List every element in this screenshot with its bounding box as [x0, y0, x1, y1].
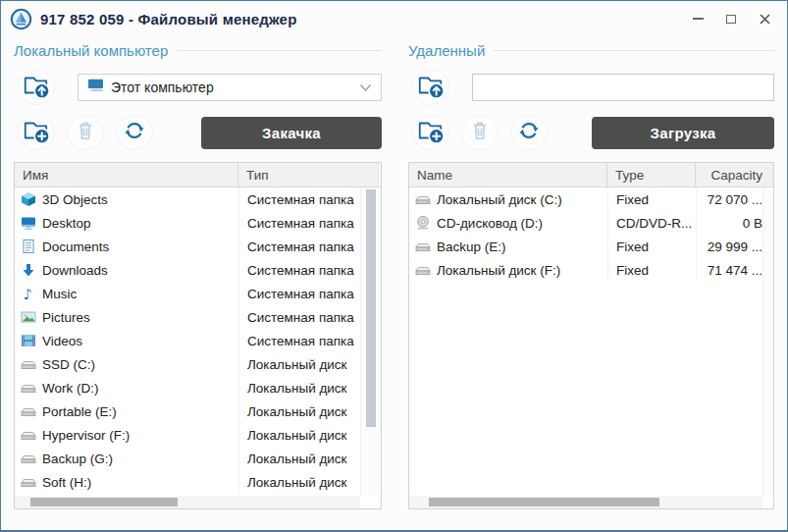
hdd-icon	[415, 191, 431, 207]
table-row[interactable]: Work (D:)Локальный диск	[15, 376, 381, 399]
maximize-icon[interactable]	[714, 5, 748, 32]
cube-icon	[21, 191, 36, 207]
cell-type: Локальный диск	[238, 352, 378, 376]
cell-capacity: 29 999 ...	[696, 235, 772, 258]
cell-type: Системная папка	[238, 187, 378, 211]
divider-line	[494, 50, 774, 51]
cell-name: Music	[42, 282, 238, 305]
cell-type: Системная папка	[238, 235, 378, 258]
table-row[interactable]: DocumentsСистемная папка	[15, 235, 381, 258]
table-row[interactable]: PicturesСистемная папка	[15, 305, 381, 329]
hdd-icon	[21, 356, 36, 372]
delete-button[interactable]	[68, 116, 103, 149]
table-row[interactable]: Backup (E:)Fixed29 999 ...	[409, 235, 773, 258]
location-selector[interactable]: Этот компьютер	[78, 74, 382, 101]
chevron-down-icon	[359, 83, 372, 92]
table-row[interactable]: Локальный диск (F:)Fixed71 474 ...	[409, 258, 773, 282]
table-row[interactable]: SSD (C:)Локальный диск	[15, 352, 381, 376]
cell-name: Portable (E:)	[42, 399, 238, 423]
table-row[interactable]: Portable (E:)Локальный диск	[15, 399, 381, 423]
close-icon[interactable]	[748, 5, 781, 32]
table-row[interactable]: Hypervisor (F:)Локальный диск	[15, 423, 381, 447]
cell-type: Локальный диск	[238, 423, 378, 447]
column-header-type[interactable]: Type	[607, 163, 696, 186]
table-row[interactable]: 3D ObjectsСистемная папка	[15, 187, 381, 211]
trash-icon	[72, 117, 99, 148]
cell-type: Локальный диск	[238, 470, 378, 494]
svg-text:♪: ♪	[24, 286, 33, 301]
download-arrow-icon	[21, 262, 36, 278]
titlebar: 917 852 059 - Файловый менеджер	[1, 1, 787, 36]
remote-panel-label: Удаленный	[408, 42, 485, 59]
cell-type: CD/DVD-R...	[607, 211, 696, 235]
horizontal-scrollbar-thumb[interactable]	[30, 498, 178, 506]
remote-open-folder-upload-button[interactable]	[413, 71, 448, 104]
cd-drive-icon	[415, 215, 431, 231]
table-row[interactable]: ♪MusicСистемная папка	[15, 282, 381, 305]
cell-name: Pictures	[42, 305, 238, 329]
upload-button[interactable]: Закачка	[201, 117, 382, 149]
remote-delete-button[interactable]	[462, 116, 498, 149]
monitor-icon	[21, 215, 36, 231]
cell-name: 3D Objects	[42, 187, 238, 211]
refresh-icon	[121, 117, 148, 148]
cell-type: Системная папка	[238, 211, 378, 235]
minimize-icon[interactable]	[681, 5, 714, 32]
folder-add-icon	[416, 116, 446, 149]
horizontal-scrollbar-thumb[interactable]	[429, 498, 659, 506]
cell-name: CD-дисковод (D:)	[437, 211, 607, 235]
cell-name: Локальный диск (F:)	[437, 258, 607, 282]
remote-path-input[interactable]	[472, 74, 774, 101]
new-folder-button[interactable]	[19, 116, 54, 149]
vertical-scrollbar-thumb[interactable]	[366, 189, 376, 427]
refresh-icon	[515, 117, 543, 148]
folder-upload-icon	[22, 71, 51, 104]
cell-capacity: 72 070 ...	[696, 187, 772, 211]
local-group-header: Локальный компьютер	[14, 39, 382, 61]
header-gap	[772, 163, 773, 186]
column-header-name[interactable]: Имя	[15, 163, 238, 186]
folder-add-icon	[22, 116, 51, 149]
remote-new-folder-button[interactable]	[413, 116, 448, 149]
cell-type: Системная папка	[238, 305, 378, 329]
refresh-button[interactable]	[117, 116, 152, 149]
cell-type: Локальный диск	[238, 399, 378, 423]
computer-icon	[87, 78, 105, 97]
column-header-name[interactable]: Name	[409, 163, 607, 186]
table-row[interactable]: DownloadsСистемная папка	[15, 258, 381, 282]
cell-type: Системная папка	[238, 282, 378, 305]
cell-type: Локальный диск	[238, 376, 378, 399]
film-icon	[21, 333, 36, 348]
cell-capacity: 0 B	[696, 211, 772, 235]
remote-table-header: Name Type Capacity	[409, 163, 773, 187]
cell-name: Backup (E:)	[437, 235, 607, 258]
cell-name: Documents	[42, 235, 238, 258]
column-header-capacity[interactable]: Capacity	[696, 163, 772, 186]
vertical-scrollbar	[762, 187, 773, 496]
column-header-type[interactable]: Тип	[238, 163, 378, 186]
table-row[interactable]: DesktopСистемная папка	[15, 211, 381, 235]
app-logo-icon	[10, 8, 32, 30]
window-controls	[681, 5, 781, 32]
open-folder-upload-button[interactable]	[19, 71, 54, 104]
header-gap	[378, 163, 381, 186]
remote-file-table: Name Type Capacity Локальный диск (C:)Fi…	[408, 162, 774, 509]
cell-name: Локальный диск (C:)	[437, 187, 607, 211]
horizontal-scrollbar	[15, 496, 360, 508]
table-row[interactable]: VideosСистемная папка	[15, 329, 381, 352]
remote-refresh-button[interactable]	[511, 116, 547, 149]
local-table-header: Имя Тип	[15, 163, 381, 187]
table-row[interactable]: Backup (G:)Локальный диск	[15, 447, 381, 470]
table-row[interactable]: CD-дисковод (D:)CD/DVD-R...0 B	[409, 211, 773, 235]
table-row[interactable]: Локальный диск (C:)Fixed72 070 ...	[409, 187, 773, 211]
document-icon	[21, 239, 36, 254]
trash-icon	[466, 117, 494, 148]
table-row[interactable]: Soft (H:)Локальный диск	[15, 470, 381, 494]
hdd-icon	[21, 474, 36, 490]
music-note-icon: ♪	[21, 286, 36, 301]
folder-upload-icon	[416, 71, 446, 104]
local-file-table: Имя Тип 3D ObjectsСистемная папкаDesktop…	[14, 162, 382, 509]
cell-name: Soft (H:)	[42, 470, 238, 494]
download-button[interactable]: Загрузка	[592, 117, 774, 149]
cell-type: Системная папка	[238, 258, 378, 282]
